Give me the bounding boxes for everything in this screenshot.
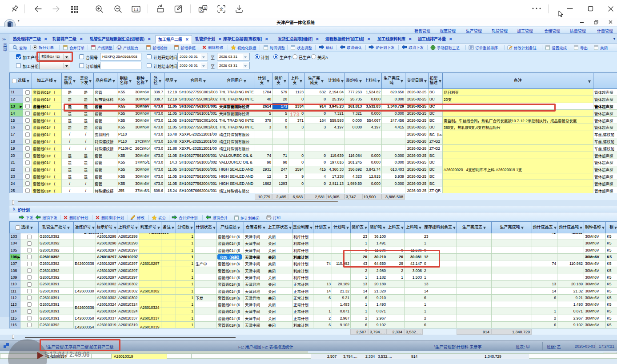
- svg-text:1:1: 1:1: [133, 8, 139, 12]
- svg-text:A: A: [204, 6, 206, 10]
- svg-text:文: 文: [219, 7, 223, 12]
